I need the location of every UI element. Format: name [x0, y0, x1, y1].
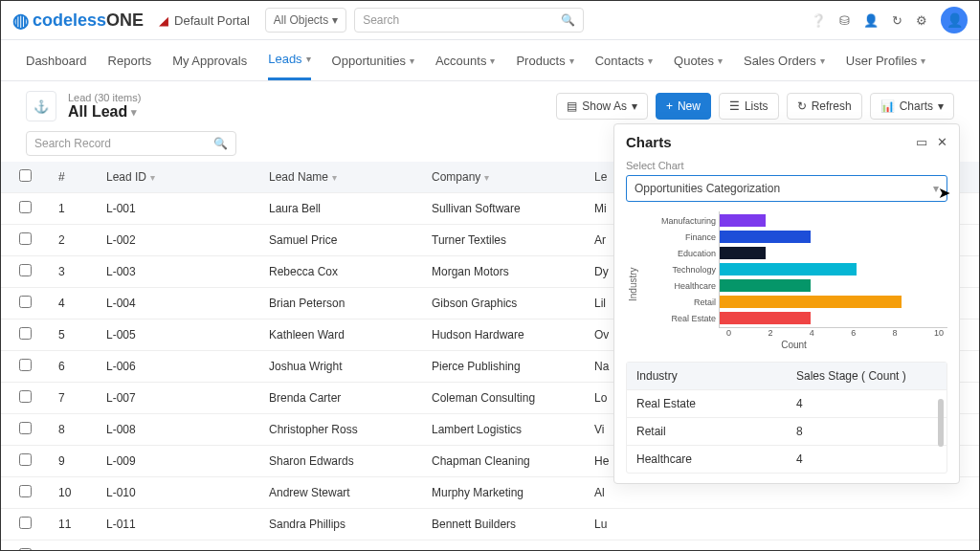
chart-table-row[interactable]: Retail8: [627, 417, 947, 445]
bar-category: Healthcare: [651, 281, 720, 291]
col-id[interactable]: Lead ID▾: [97, 163, 259, 191]
row-checkbox[interactable]: [19, 422, 32, 434]
table-row[interactable]: 11L-011Sandra PhillipsBennett BuildersLu: [1, 509, 979, 540]
bar-category: Real Estate: [651, 314, 720, 323]
filter-icon: ▾: [484, 172, 489, 183]
avatar[interactable]: 👤: [941, 7, 968, 33]
bar: [720, 231, 811, 243]
settings-icon[interactable]: ⚙: [916, 13, 927, 28]
chart-xaxis: 0246810: [726, 328, 944, 338]
row-checkbox[interactable]: [19, 296, 32, 308]
global-search[interactable]: Search 🔍: [354, 8, 584, 33]
bar-category: Retail: [651, 298, 720, 307]
chart-icon: 📊: [880, 99, 895, 113]
charts-button[interactable]: 📊Charts▾: [870, 93, 954, 120]
chevron-down-icon: ▾: [921, 55, 925, 66]
chevron-down-icon: ▾: [490, 55, 495, 66]
refresh-icon: ↻: [797, 99, 807, 113]
user-add-icon[interactable]: 👤: [863, 13, 879, 28]
expand-icon[interactable]: ▭: [916, 135, 927, 149]
caret-icon: ◢: [159, 13, 168, 28]
row-checkbox[interactable]: [19, 359, 32, 371]
search-record-input[interactable]: Search Record 🔍: [26, 131, 236, 156]
close-icon[interactable]: ✕: [937, 135, 947, 149]
chart-select-dropdown[interactable]: Opportunities Categorization ▾ ➤: [626, 175, 947, 202]
chart-selected-value: Opportunities Categorization: [635, 182, 780, 195]
bar: [720, 214, 766, 227]
bar: [720, 247, 766, 259]
refresh-button[interactable]: ↻Refresh: [787, 93, 862, 120]
logo[interactable]: ◍ codelessONE: [12, 9, 144, 32]
tab-user-profiles[interactable]: User Profiles▾: [846, 40, 925, 80]
globe-icon: ◍: [12, 9, 29, 32]
chart-select-label: Select Chart: [626, 160, 947, 171]
chevron-down-icon: ▾: [332, 13, 338, 27]
col-company[interactable]: Company▾: [422, 163, 585, 191]
tab-contacts[interactable]: Contacts▾: [595, 40, 653, 80]
logo-text-2: ONE: [106, 11, 144, 30]
col-name[interactable]: Lead Name▾: [259, 163, 422, 191]
list-icon: ☰: [729, 99, 740, 113]
bar-category: Education: [651, 249, 720, 258]
tab-quotes[interactable]: Quotes▾: [674, 40, 723, 80]
chevron-down-icon: ▾: [410, 55, 414, 66]
chevron-down-icon: ▾: [569, 55, 574, 66]
tab-leads[interactable]: Leads▾: [268, 40, 310, 80]
list-title[interactable]: All Lead ▾: [68, 103, 141, 121]
row-checkbox[interactable]: [19, 264, 32, 276]
row-checkbox[interactable]: [19, 201, 32, 213]
new-button[interactable]: +New: [656, 93, 711, 120]
portal-selector[interactable]: ◢ Default Portal: [151, 10, 257, 32]
select-all-checkbox[interactable]: [19, 169, 32, 182]
tab-reports[interactable]: Reports: [108, 40, 152, 80]
chart-data-table: Industry Sales Stage ( Count ) Real Esta…: [626, 362, 947, 474]
bar-category: Finance: [651, 232, 720, 242]
chart-panel: Charts ▭ ✕ Select Chart Opportunities Ca…: [613, 123, 960, 484]
bar: [720, 296, 902, 308]
row-checkbox[interactable]: [19, 390, 32, 403]
chevron-down-icon: ▾: [632, 99, 637, 113]
row-checkbox[interactable]: [19, 327, 32, 340]
show-as-button[interactable]: ▤Show As▾: [556, 93, 648, 120]
row-checkbox[interactable]: [19, 453, 32, 466]
tab-products[interactable]: Products▾: [516, 40, 573, 80]
tab-my-approvals[interactable]: My Approvals: [172, 40, 247, 80]
search-icon: 🔍: [561, 13, 575, 27]
tab-accounts[interactable]: Accounts▾: [435, 40, 495, 80]
bar-category: Technology: [651, 265, 720, 275]
logo-text-1: codeless: [33, 11, 106, 30]
bar-category: Manufacturing: [651, 216, 720, 226]
chart-panel-title: Charts: [626, 134, 672, 150]
ct-head-industry: Industry: [627, 363, 787, 389]
col-num[interactable]: #: [49, 163, 97, 191]
filter-icon: ▾: [332, 172, 337, 183]
objects-dropdown[interactable]: All Objects ▾: [265, 8, 346, 33]
lists-button[interactable]: ☰Lists: [719, 93, 779, 120]
row-checkbox[interactable]: [19, 517, 32, 529]
tab-opportunities[interactable]: Opportunities▾: [332, 40, 414, 80]
table-row[interactable]: 12L-012Matthew TurnerDawson Distribution…: [1, 540, 979, 551]
plus-icon: +: [666, 99, 673, 113]
bar: [720, 279, 811, 292]
row-checkbox[interactable]: [19, 232, 32, 245]
history-icon[interactable]: ↻: [892, 13, 902, 28]
anchor-icon[interactable]: ⚓: [26, 91, 56, 121]
portal-label: Default Portal: [174, 13, 250, 28]
chart-table-row[interactable]: Real Estate4: [627, 389, 947, 417]
tab-sales-orders[interactable]: Sales Orders▾: [744, 40, 825, 80]
ct-head-count: Sales Stage ( Count ): [787, 363, 947, 389]
scrollbar[interactable]: [938, 399, 944, 447]
chevron-down-icon: ▾: [131, 106, 137, 119]
tab-dashboard[interactable]: Dashboard: [26, 40, 87, 80]
chevron-down-icon: ▾: [648, 55, 653, 66]
user-icon: 👤: [947, 12, 963, 28]
row-checkbox[interactable]: [19, 485, 32, 497]
chart-bars: ManufacturingFinanceEducationTechnologyH…: [719, 211, 947, 328]
help-icon[interactable]: ❔: [811, 13, 826, 28]
chevron-down-icon: ▾: [718, 55, 723, 66]
search-icon: 🔍: [213, 137, 228, 150]
chart-table-row[interactable]: Healthcare4: [627, 445, 947, 473]
chart-ylabel: Industry: [626, 211, 640, 358]
database-icon[interactable]: ⛁: [839, 13, 850, 28]
objects-label: All Objects: [274, 13, 328, 27]
